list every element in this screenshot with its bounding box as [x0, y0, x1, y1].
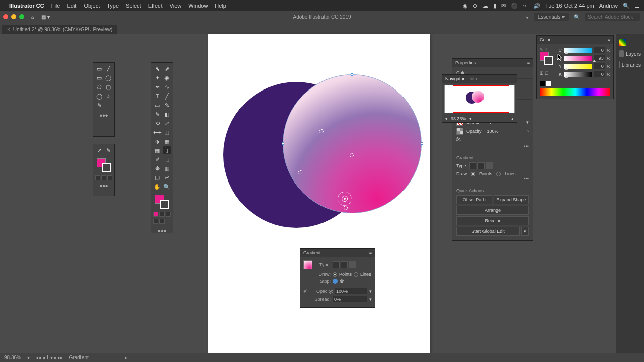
edit-toolbar-icon[interactable]: •••	[151, 227, 173, 236]
channel-value[interactable]: 0	[594, 47, 605, 53]
type-tool-icon[interactable]: T	[153, 92, 162, 100]
mesh-icon[interactable]: ▦	[153, 146, 162, 154]
lines-radio[interactable]	[496, 172, 501, 176]
rect-icon[interactable]: ▭	[153, 101, 162, 109]
arrange-docs-icon[interactable]: ▦ ▾	[41, 14, 50, 20]
menu-app[interactable]: Illustrator CC	[9, 3, 44, 9]
status-icon[interactable]: ⊕	[473, 3, 477, 9]
magic-wand-icon[interactable]: ✦	[153, 74, 162, 82]
home-icon[interactable]: ⌂	[31, 14, 34, 20]
menu-select[interactable]: Select	[126, 3, 141, 9]
user-name[interactable]: Andrew	[599, 3, 618, 9]
selection-handle[interactable]	[282, 142, 284, 145]
selection-handle[interactable]	[421, 142, 423, 145]
mini-icon[interactable]	[95, 175, 100, 180]
rotate-icon[interactable]: ⟲	[153, 119, 162, 127]
channel-slider[interactable]	[564, 72, 592, 77]
none-mode-icon[interactable]	[166, 212, 171, 217]
zoom-dropdown-icon[interactable]: ▾	[469, 116, 472, 121]
dropdown-icon[interactable]: ▾	[369, 297, 372, 302]
expand-shape-button[interactable]: Expand Shape	[494, 195, 529, 204]
status-icon[interactable]: ◉	[463, 3, 468, 9]
direct-select-icon[interactable]: ⬈	[163, 65, 171, 73]
line-seg-icon[interactable]: ╱	[163, 92, 171, 100]
more-icon[interactable]: •••	[456, 176, 529, 182]
opacity-swatch[interactable]	[456, 128, 463, 135]
shaper-icon[interactable]: ✎	[153, 110, 162, 118]
ellipse2-icon[interactable]: ◯	[95, 92, 103, 100]
roundrect-tool-icon[interactable]: ▢	[104, 83, 112, 91]
color-tools-panel[interactable]: ↗ ✎ •••	[93, 144, 115, 196]
opacity-input[interactable]: 100%	[335, 288, 367, 294]
zoom-out-icon[interactable]: ▾	[445, 116, 448, 121]
curvature-icon[interactable]: ∿	[163, 83, 171, 91]
zoom-value[interactable]: 98.36%	[451, 116, 466, 121]
menu-help[interactable]: Help	[215, 3, 226, 9]
basic-tools-panel[interactable]: ▭ ╱ ▭ ◯ ⬠ ▢ ◯ ☆ ✎ •••	[93, 62, 115, 137]
slice-icon[interactable]: ✂	[163, 173, 171, 182]
gradient-preview-swatch[interactable]	[303, 260, 312, 269]
scale-icon[interactable]: ⤢	[163, 119, 171, 127]
properties-title[interactable]: Properties	[455, 60, 476, 65]
window-max-icon[interactable]	[19, 14, 24, 19]
main-toolbar[interactable]: ⬉ ⬈ ✦ ◉ ✒ ∿ T ╱ ▭ ✎ ✎ ◧ ⟲ ⤢ ⟷ ◫ ⬗ ▦ ▦ ▯ …	[151, 62, 173, 233]
lasso-icon[interactable]: ◉	[163, 74, 171, 82]
shape-builder-icon[interactable]: ⬗	[153, 137, 162, 145]
perspective-icon[interactable]: ▦	[163, 137, 171, 145]
status-caret-icon[interactable]: ▸	[125, 355, 127, 360]
stroke-chip[interactable]	[160, 200, 169, 209]
status-icon[interactable]: ▮	[493, 3, 496, 9]
mesh-point[interactable]	[298, 170, 302, 174]
navigator-panel[interactable]: Navigator Info ▾ 98.36% ▾ ▴	[442, 74, 517, 123]
selection-tool-icon[interactable]: ▭	[95, 65, 103, 73]
channel-value[interactable]: 0	[594, 63, 605, 69]
clock[interactable]: Tue 16 Oct 2:44 pm	[545, 3, 594, 9]
eyedrop-tool-icon[interactable]: ✎	[104, 146, 112, 154]
selection-handle[interactable]	[351, 73, 353, 76]
mesh-point[interactable]	[319, 129, 324, 133]
paintbrush-icon[interactable]: ✎	[163, 101, 171, 109]
color-spectrum[interactable]	[540, 88, 610, 96]
graph-icon[interactable]: ▥	[163, 164, 171, 172]
selection-tool-icon[interactable]: ⬉	[153, 65, 162, 73]
gradient-tool-icon[interactable]: ▯	[163, 146, 171, 154]
zoom-caret-icon[interactable]: ▾	[27, 355, 30, 360]
navigator-tab[interactable]: Navigator	[445, 76, 465, 81]
blend-icon[interactable]: ⬚	[163, 155, 171, 163]
points-radio[interactable]	[333, 272, 337, 277]
menu-effect[interactable]: Effect	[148, 3, 163, 9]
mesh-point[interactable]	[344, 206, 348, 210]
free-transform-icon[interactable]: ◫	[163, 128, 171, 136]
eyedropper-icon[interactable]: ✐	[153, 155, 162, 163]
channel-slider[interactable]	[564, 48, 592, 53]
dock-libraries[interactable]: Libraries	[616, 59, 644, 70]
mesh-point[interactable]	[350, 153, 354, 157]
spread-input[interactable]: 0%	[333, 296, 367, 302]
radial-gradient-icon[interactable]	[341, 261, 348, 268]
close-tab-icon[interactable]: ×	[7, 27, 10, 32]
panel-more-icon[interactable]: •••	[93, 182, 114, 191]
window-min-icon[interactable]	[11, 14, 16, 19]
more-icon[interactable]: •••	[456, 144, 529, 149]
channel-slider[interactable]	[564, 56, 592, 61]
rect-tool-icon[interactable]: ▭	[95, 74, 103, 82]
menu-edit[interactable]: Edit	[67, 3, 76, 9]
panel-more-icon[interactable]: •••	[93, 111, 114, 120]
dropdown-icon[interactable]: ▾	[369, 289, 372, 294]
mini-icon[interactable]	[107, 175, 112, 180]
navigator-view[interactable]	[444, 85, 515, 113]
width-icon[interactable]: ⟷	[153, 128, 162, 136]
points-radio[interactable]	[471, 172, 475, 176]
artboard[interactable]	[208, 34, 430, 356]
color-panel[interactable]: Color≡ ⬉ ⤭ ◫ ▢ C 0%M 93%Y 0%K 0%	[536, 35, 614, 99]
swap-tool-icon[interactable]: ↗	[95, 146, 103, 154]
linear-icon[interactable]	[469, 162, 476, 169]
gradient-panel[interactable]: Gradient≡ Type: Draw: Points Lines Stop:…	[300, 248, 375, 308]
eraser-icon[interactable]: ◧	[163, 110, 171, 118]
fx-icon[interactable]: fx.	[456, 137, 461, 142]
color-mode-icon[interactable]	[153, 212, 158, 217]
stroke-dropdown[interactable]: ▾	[526, 120, 529, 125]
status-icon[interactable]: ✉	[501, 3, 506, 9]
star-tool-icon[interactable]: ☆	[104, 92, 112, 100]
hand-icon[interactable]: ✋	[153, 183, 162, 191]
